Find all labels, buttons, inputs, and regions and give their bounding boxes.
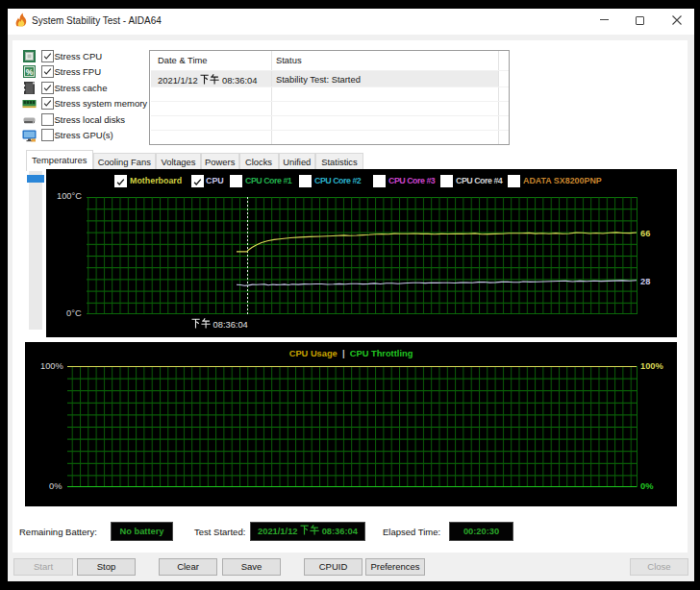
svg-text:%: % <box>26 67 34 77</box>
